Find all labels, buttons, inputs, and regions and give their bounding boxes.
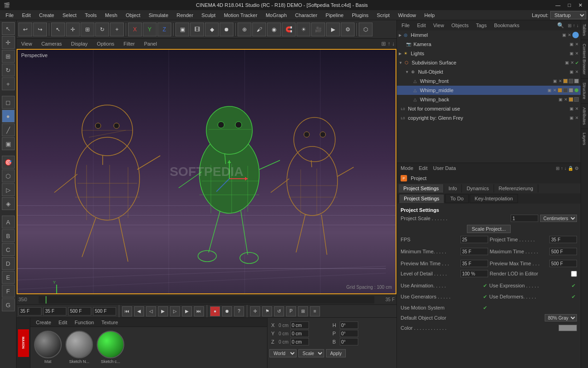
- tool-add[interactable]: +: [2, 77, 15, 90]
- project-scale-unit[interactable]: Centimeters Meters: [540, 215, 577, 222]
- coord-p-field[interactable]: [340, 330, 358, 337]
- menu-mesh[interactable]: Mesh: [101, 12, 121, 19]
- obj-row-lights[interactable]: ▶ ☀ Lights ▣ ✕: [397, 49, 581, 58]
- use-expr-check[interactable]: ✔: [571, 283, 577, 288]
- obj-tab-edit[interactable]: Edit: [414, 22, 429, 29]
- side-tab-layers[interactable]: Layers: [581, 129, 588, 149]
- project-time-input[interactable]: [549, 236, 577, 243]
- menu-render[interactable]: Render: [173, 12, 197, 19]
- menu-script[interactable]: Script: [373, 12, 393, 19]
- menu-file[interactable]: File: [2, 12, 17, 19]
- render-settings[interactable]: ⚙: [341, 23, 355, 36]
- tool-obj4[interactable]: ◈: [2, 197, 15, 210]
- paint-btn[interactable]: 🖌: [252, 23, 266, 36]
- menu-simulate[interactable]: Simulate: [145, 12, 172, 19]
- mat-btn[interactable]: ◉: [267, 23, 281, 36]
- lod-input[interactable]: [460, 270, 488, 277]
- preview-max-input[interactable]: [549, 260, 577, 267]
- menu-select[interactable]: Select: [59, 12, 81, 19]
- scale-select[interactable]: Scale: [298, 349, 324, 357]
- attr-subtab-todo[interactable]: To Do: [445, 194, 469, 203]
- light-btn[interactable]: ☀: [297, 23, 310, 36]
- tool-select[interactable]: ↖: [2, 22, 15, 35]
- vtab-panel[interactable]: Panel: [141, 40, 160, 47]
- use-def-check[interactable]: ✔: [571, 294, 577, 299]
- attr-tab-info[interactable]: Info: [444, 184, 462, 193]
- film-frame[interactable]: 🎞: [190, 23, 204, 36]
- side-tab-structure[interactable]: Structure: [581, 79, 588, 104]
- material-item-sketch2[interactable]: Sketch c...: [97, 331, 124, 364]
- obj-tab-tags[interactable]: Tags: [473, 22, 489, 29]
- tool-b[interactable]: B: [2, 229, 15, 242]
- tool-c[interactable]: C: [2, 243, 15, 256]
- coord-btn[interactable]: ⊕: [238, 23, 251, 36]
- nav-grid-btn[interactable]: ⊞: [298, 306, 308, 316]
- attr-mode-btn[interactable]: Mode: [399, 164, 415, 172]
- use-motion-check[interactable]: ✔: [483, 305, 489, 310]
- minimize-btn[interactable]: —: [553, 2, 562, 8]
- fps-input[interactable]: [460, 236, 488, 243]
- max-time-field[interactable]: [68, 307, 91, 315]
- snap-btn[interactable]: 🧲: [282, 23, 296, 36]
- world-select[interactable]: World Object: [269, 349, 297, 357]
- goto-end-btn[interactable]: ⏭: [194, 306, 204, 316]
- material-ball-sketch1[interactable]: [65, 331, 93, 358]
- obj-tab-bookmarks[interactable]: Bookmarks: [491, 22, 522, 29]
- render-btn[interactable]: ▶: [326, 23, 340, 36]
- use-anim-check[interactable]: ✔: [483, 283, 489, 288]
- tool-d[interactable]: D: [2, 257, 15, 270]
- tool-e[interactable]: E: [2, 271, 15, 284]
- viewport[interactable]: X Y Z: [17, 49, 396, 294]
- coord-x-field[interactable]: [291, 321, 309, 329]
- nav-move-btn[interactable]: ✛: [250, 306, 260, 316]
- menu-motiontracker[interactable]: Motion Tracker: [220, 12, 261, 19]
- play-btn[interactable]: ▶: [158, 306, 168, 316]
- side-tab-content-browser[interactable]: Content Browser: [581, 40, 588, 79]
- render-region[interactable]: 🎥: [311, 23, 325, 36]
- x-axis[interactable]: X: [128, 23, 142, 36]
- tool-obj1[interactable]: 🎯: [2, 156, 15, 169]
- viewport-nav-icons[interactable]: ⊞ ↑ ↓: [381, 41, 395, 47]
- y-axis[interactable]: Y: [143, 23, 157, 36]
- next-10-btn[interactable]: ▷: [170, 306, 180, 316]
- attr-subtab-key-interpolation[interactable]: Key-Interpolation: [470, 194, 518, 203]
- vtab-cameras[interactable]: Cameras: [39, 40, 65, 47]
- tool-model[interactable]: ◻: [2, 96, 15, 109]
- min-time-input[interactable]: [460, 248, 488, 255]
- nav-loop-btn[interactable]: ↺: [274, 306, 284, 316]
- vtab-view[interactable]: View: [18, 40, 35, 47]
- obj-tab-file[interactable]: File: [399, 22, 413, 29]
- obj-row-whimp-front[interactable]: △ Whimp_front ▣ ✕: [397, 76, 581, 86]
- obj-row-himmel[interactable]: ▶ ◎ Himmel ▣ ✕: [397, 30, 581, 40]
- timeline[interactable]: [39, 296, 374, 304]
- obj-row-null[interactable]: ▼ ⊕ Null-Objekt ▣ ✕: [397, 67, 581, 76]
- coord-y-field[interactable]: [291, 330, 309, 337]
- menu-window[interactable]: Window: [394, 12, 419, 19]
- keyframe-btn[interactable]: ◆: [205, 23, 219, 36]
- obj-row-whimp-back[interactable]: △ Whimp_back ▣ ✕: [397, 95, 581, 104]
- goto-start-btn[interactable]: ⏮: [122, 306, 132, 316]
- obj-tab-view[interactable]: View: [431, 22, 447, 29]
- anim-rec[interactable]: ⏺: [220, 23, 233, 36]
- rotate-btn[interactable]: ↻: [95, 23, 109, 36]
- project-scale-input[interactable]: [511, 215, 538, 222]
- material-item-sketch1[interactable]: Sketch N...: [65, 331, 93, 364]
- menu-edit[interactable]: Edit: [18, 12, 35, 19]
- max-time-input[interactable]: [549, 248, 577, 255]
- tool-obj3[interactable]: ▷: [2, 183, 15, 196]
- close-btn[interactable]: ✕: [576, 2, 584, 8]
- tool-points[interactable]: ●: [2, 110, 15, 123]
- material-ball-mat[interactable]: [34, 331, 62, 358]
- menu-object[interactable]: Object: [122, 12, 144, 19]
- obj-row-copyright[interactable]: L0 copyright by: Glenn Frey ▣ ✕: [397, 113, 581, 123]
- nav-list-btn[interactable]: ≡: [310, 306, 320, 316]
- geo-sphere[interactable]: ⬡: [359, 23, 373, 36]
- attr-tab-referenzierung[interactable]: Referenzierung: [494, 184, 538, 193]
- maximize-btn[interactable]: □: [566, 2, 573, 8]
- menu-mograph[interactable]: MoGraph: [262, 12, 291, 19]
- attr-userdata-btn[interactable]: User Data: [431, 164, 458, 172]
- create-btn[interactable]: +: [110, 23, 124, 36]
- record-btn[interactable]: ⏺: [222, 306, 232, 316]
- default-color-select[interactable]: 80% Gray: [545, 314, 577, 321]
- obj-search-icon[interactable]: 🔍: [557, 22, 564, 29]
